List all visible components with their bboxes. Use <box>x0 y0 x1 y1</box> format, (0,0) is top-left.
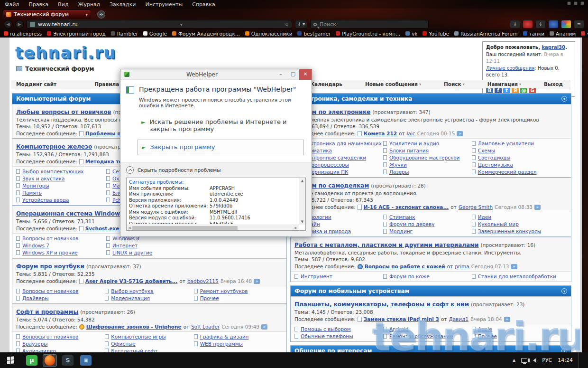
adblock-icon[interactable] <box>523 20 533 28</box>
details-horizontal-scrollbar[interactable]: ◄► <box>127 225 299 230</box>
search-solution-option[interactable]: ► Искать решение проблемы в Интернете и … <box>138 115 304 136</box>
subforum-link[interactable]: Браузеры <box>16 341 105 347</box>
last-post-link[interactable]: Aser Aspire V3-571G добавить... <box>85 278 178 284</box>
close-button[interactable] <box>580 1 584 5</box>
bookmark-item[interactable]: чат <box>581 31 588 37</box>
subforum-link[interactable]: Оборудование мастерской <box>383 155 472 160</box>
minimize-button[interactable] <box>567 1 571 5</box>
taskbar-messenger-icon[interactable]: ▣ <box>79 354 93 367</box>
forum-title-link[interactable]: Операционная система Windows <box>16 210 123 217</box>
menu-item[interactable]: Файл <box>5 1 19 8</box>
menu-item[interactable]: Вид <box>58 1 68 8</box>
category-header[interactable]: Форум по мобильным устройствам▾ <box>290 285 571 296</box>
subforum-link[interactable]: Windows XP и прочие <box>16 250 106 255</box>
user-link[interactable]: kapral30 <box>542 45 565 50</box>
chevron-down-icon[interactable]: ▾ <box>180 22 183 27</box>
bookmark-item[interactable]: Форум Академгородк... <box>172 31 240 37</box>
bookmark-item[interactable]: Google <box>143 31 167 37</box>
bookmark-item[interactable]: PlayGround.ru - комп... <box>336 31 400 37</box>
download-manager-icon[interactable]: ↓ <box>535 20 546 28</box>
last-post-author-link[interactable]: prima <box>455 264 469 269</box>
subforum-link[interactable]: Светодиоды <box>472 155 560 160</box>
start-button[interactable] <box>0 352 21 368</box>
language-indicator[interactable]: РУС <box>542 357 552 363</box>
back-button[interactable]: ◀ <box>4 20 12 28</box>
navbar-link[interactable]: Правила <box>94 81 119 87</box>
subforum-link[interactable]: Обычные телефоны <box>294 333 383 339</box>
subforum-link[interactable]: Бесплатный софт <box>105 348 193 352</box>
bookmark-item[interactable]: vk <box>405 31 417 37</box>
subforum-link[interactable]: Вопросы от новичков <box>16 288 105 294</box>
subforum-link[interactable]: Графика & дизайн <box>194 334 283 340</box>
subforum-link[interactable]: Модернизация <box>105 295 193 301</box>
navbar-link[interactable]: Поиск▾ <box>444 81 465 87</box>
subforum-link[interactable]: Вопросы от новичков <box>16 236 106 241</box>
last-post-link[interactable]: Комета 212 <box>364 131 397 136</box>
subforum-link[interactable]: Инструмент <box>294 274 383 279</box>
addon-blue-icon[interactable] <box>548 20 559 28</box>
forum-title-link[interactable]: Компьютерное железо <box>16 143 92 150</box>
subforum-link[interactable]: Выбор ноутбука <box>105 288 193 294</box>
bookmark-item[interactable]: Ананим <box>550 31 576 37</box>
taskbar-utorrent-icon[interactable]: µ <box>25 354 39 367</box>
bookmark-item[interactable]: bestgamer <box>297 31 331 37</box>
tab-tehnari[interactable]: Технический форум ▾ <box>3 9 91 19</box>
subforum-link[interactable]: Стимпанк <box>383 214 472 220</box>
bookmark-item[interactable]: Одноклассники <box>245 31 293 37</box>
site-identity-icon[interactable] <box>30 22 35 27</box>
last-post-author-link[interactable]: Soft Loader <box>191 324 220 330</box>
reload-icon[interactable]: ↻ <box>285 22 289 27</box>
forum-title-link[interactable]: Софт и программы <box>16 309 78 315</box>
subforum-link[interactable]: Лазеры <box>383 169 472 175</box>
bookmark-item[interactable]: YouTube <box>423 31 449 37</box>
subforum-link[interactable]: Идеи <box>472 214 560 220</box>
private-messages-link[interactable]: Личные сообщения <box>486 66 534 71</box>
downloads-button[interactable]: ↓ ▾ <box>295 20 307 28</box>
menu-icon[interactable]: ≡ <box>574 20 584 28</box>
subforum-link[interactable]: LINUX и другие <box>106 250 196 255</box>
bookmark-item[interactable]: RussianAmerica Forum <box>454 31 517 37</box>
bookmark-item[interactable]: Rambler <box>111 31 138 37</box>
last-post-link[interactable]: И-16 АСБ - экспонат салона... <box>364 204 449 210</box>
last-post-link[interactable]: Замена стекла iPad mini 3 <box>364 316 439 322</box>
navbar-link[interactable]: Новые сообщения▾ <box>365 81 421 87</box>
page-scrollbar[interactable] <box>582 38 588 352</box>
subforum-link[interactable]: Блоки питания <box>383 148 472 153</box>
subforum-link[interactable]: Кукольный мир <box>472 221 560 227</box>
last-post-arrow-icon[interactable]: » <box>504 317 510 322</box>
subforum-link[interactable]: Звук и акустика <box>16 176 106 181</box>
subforum-link[interactable]: Прочее <box>194 295 283 301</box>
tab-list-button[interactable]: ✛ <box>97 10 105 19</box>
menu-item[interactable]: Справка <box>192 1 215 8</box>
network-icon[interactable] <box>521 358 527 363</box>
subforum-link[interactable]: Выбор комплектующих <box>16 169 106 174</box>
subforum-link[interactable]: Память <box>16 190 106 196</box>
close-program-option[interactable]: ► Закрыть программу <box>138 140 304 155</box>
last-post-link[interactable]: Вопросы по работе с кожей <box>365 264 445 269</box>
subforum-link[interactable]: Усилители и аудио <box>383 141 472 146</box>
subforum-link[interactable]: Компьютерные игры <box>105 334 193 340</box>
navbar-link[interactable]: Моддинг сайт <box>16 81 56 87</box>
subforum-link[interactable]: Ремонт ноутбуков <box>194 288 283 294</box>
bookmark-item[interactable]: Электронный город <box>47 31 106 37</box>
navbar-link[interactable]: Навигация▾ <box>487 81 521 87</box>
subforum-link[interactable]: WEB программы <box>194 341 283 347</box>
subforum-link[interactable]: Ремонт и обслуживание <box>383 333 472 339</box>
collapse-icon[interactable]: ▾ <box>561 96 567 102</box>
scrollbar-thumb[interactable] <box>132 226 237 230</box>
subforum-link[interactable]: Вопросы от новичков <box>16 334 105 340</box>
bookmark-item[interactable]: ru.aliexpress <box>4 31 42 37</box>
addon-color-icon[interactable] <box>561 20 571 28</box>
subforum-link[interactable]: Офисные <box>105 341 193 347</box>
subforum-link[interactable]: Прочее <box>472 333 560 339</box>
dialog-close-button[interactable]: × <box>299 69 312 80</box>
bookmark-item[interactable]: тапки <box>523 31 545 37</box>
forum-title-link[interactable]: Планшеты, коммуникаторы, телефоны и софт… <box>294 301 469 308</box>
download-arrow-icon[interactable]: ↓ <box>510 20 520 28</box>
clock[interactable]: 14:24 <box>558 357 573 363</box>
subforum-link[interactable]: Аудио-видео <box>16 348 105 352</box>
forum-title-link[interactable]: Форум про ноутбуки <box>16 263 84 270</box>
subforum-link[interactable]: Завершенные конкурсы <box>472 228 560 234</box>
site-logo[interactable]: tehnari.ru <box>15 43 116 62</box>
navbar-link[interactable]: Календарь <box>310 81 342 87</box>
